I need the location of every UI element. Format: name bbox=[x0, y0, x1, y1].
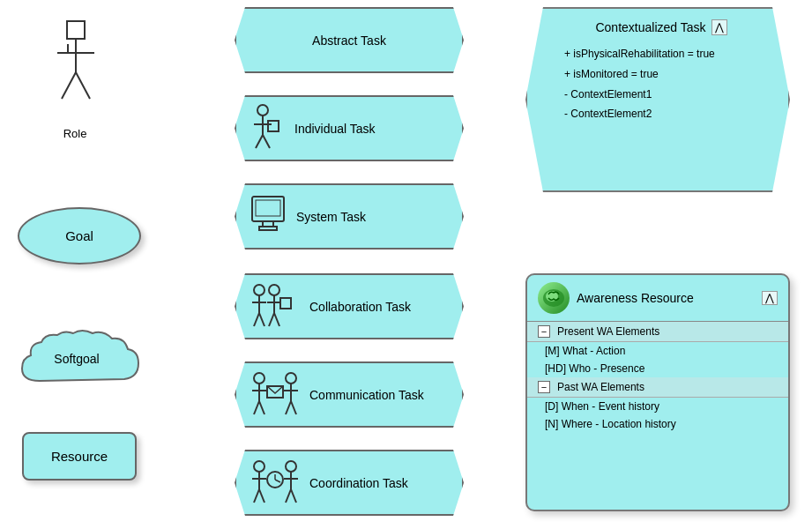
svg-rect-12 bbox=[268, 121, 279, 131]
svg-line-11 bbox=[263, 135, 270, 148]
svg-point-47 bbox=[286, 461, 296, 472]
contextualized-task-content: Contextualized Task ⋀ + isPhysicalRehabi… bbox=[547, 12, 776, 187]
svg-point-7 bbox=[257, 105, 268, 115]
past-wa-toggle[interactable]: − bbox=[538, 381, 550, 393]
ctx-line-1: + isPhysicalRehabilitation = true bbox=[564, 44, 765, 64]
svg-point-34 bbox=[286, 373, 296, 384]
svg-line-26 bbox=[274, 313, 279, 326]
svg-text:Softgoal: Softgoal bbox=[54, 352, 99, 366]
communication-task-icon bbox=[250, 370, 299, 419]
present-wa-label: Present WA Elements bbox=[557, 325, 659, 338]
individual-task: Individual Task bbox=[235, 95, 464, 161]
past-wa-header: − Past WA Elements bbox=[527, 377, 788, 398]
system-task-icon bbox=[250, 195, 286, 239]
svg-line-3 bbox=[62, 72, 76, 99]
svg-line-42 bbox=[254, 489, 259, 503]
svg-rect-27 bbox=[280, 298, 291, 309]
awareness-resource: Awareness Resource ⋀ − Present WA Elemen… bbox=[525, 273, 790, 511]
svg-line-4 bbox=[76, 72, 90, 99]
resource-label: Resource bbox=[51, 449, 108, 464]
coordination-task-icon bbox=[250, 458, 299, 507]
role-label: Role bbox=[63, 127, 87, 140]
svg-line-25 bbox=[269, 313, 274, 326]
system-task-label: System Task bbox=[296, 210, 366, 224]
past-wa-item-1: [D] When - Event history bbox=[527, 398, 788, 415]
role-icon bbox=[44, 19, 106, 116]
coordination-task: Coordination Task bbox=[235, 450, 464, 516]
svg-line-37 bbox=[286, 401, 291, 414]
svg-point-39 bbox=[254, 461, 264, 472]
present-wa-item-2: [HD] Who - Presence bbox=[527, 360, 788, 377]
svg-point-22 bbox=[269, 285, 279, 295]
role-element: Role bbox=[26, 9, 123, 150]
svg-line-21 bbox=[259, 313, 264, 326]
awareness-collapse-btn[interactable]: ⋀ bbox=[762, 291, 778, 305]
communication-task: Communication Task bbox=[235, 361, 464, 428]
coordination-task-label: Coordination Task bbox=[309, 476, 408, 490]
diagram-container: Role Goal Softgoal Resource Abstract Tas… bbox=[0, 0, 812, 529]
abstract-task-label: Abstract Task bbox=[312, 34, 386, 48]
svg-line-32 bbox=[259, 401, 264, 414]
awareness-title: Awareness Resource bbox=[577, 291, 755, 305]
individual-task-icon bbox=[250, 104, 284, 153]
collaboration-task: Collaboration Task bbox=[235, 273, 464, 339]
system-task: System Task bbox=[235, 183, 464, 250]
softgoal-element: Softgoal bbox=[13, 326, 150, 392]
svg-point-28 bbox=[254, 373, 264, 384]
svg-line-38 bbox=[291, 401, 296, 414]
present-wa-toggle[interactable]: − bbox=[538, 325, 550, 338]
brain-icon bbox=[538, 282, 570, 314]
svg-line-46 bbox=[275, 480, 280, 482]
communication-task-label: Communication Task bbox=[309, 388, 424, 402]
present-wa-item-1: [M] What - Action bbox=[527, 342, 788, 360]
ctx-line-2: + isMonitored = true bbox=[564, 64, 765, 85]
svg-line-51 bbox=[291, 489, 296, 503]
goal-element: Goal bbox=[18, 207, 141, 264]
svg-rect-14 bbox=[256, 200, 280, 216]
svg-rect-0 bbox=[67, 21, 85, 39]
ctx-line-3: - ContextElement1 bbox=[564, 85, 765, 105]
past-wa-label: Past WA Elements bbox=[557, 381, 644, 393]
present-wa-header: − Present WA Elements bbox=[527, 322, 788, 342]
abstract-task: Abstract Task bbox=[235, 7, 464, 73]
svg-line-50 bbox=[286, 489, 291, 503]
svg-line-31 bbox=[254, 401, 259, 414]
collaboration-task-icon bbox=[250, 282, 299, 331]
contextualized-task-title: Contextualized Task bbox=[595, 20, 705, 34]
resource-element: Resource bbox=[22, 432, 137, 481]
softgoal-icon: Softgoal bbox=[13, 326, 150, 392]
ctx-line-4: - ContextElement2 bbox=[564, 104, 765, 124]
svg-line-10 bbox=[256, 135, 263, 148]
contextualized-task-collapse[interactable]: ⋀ bbox=[711, 19, 727, 35]
awareness-header: Awareness Resource ⋀ bbox=[527, 275, 788, 322]
svg-rect-16 bbox=[259, 227, 277, 230]
svg-line-20 bbox=[254, 313, 259, 326]
collaboration-task-label: Collaboration Task bbox=[309, 300, 411, 314]
individual-task-label: Individual Task bbox=[294, 122, 376, 136]
contextualized-task-body: + isPhysicalRehabilitation = true + isMo… bbox=[557, 44, 765, 124]
past-wa-item-2: [N] Where - Location history bbox=[527, 415, 788, 433]
contextualized-task-header: Contextualized Task ⋀ bbox=[557, 19, 765, 35]
goal-label: Goal bbox=[65, 228, 93, 243]
svg-line-43 bbox=[259, 489, 264, 503]
svg-point-17 bbox=[254, 285, 264, 295]
